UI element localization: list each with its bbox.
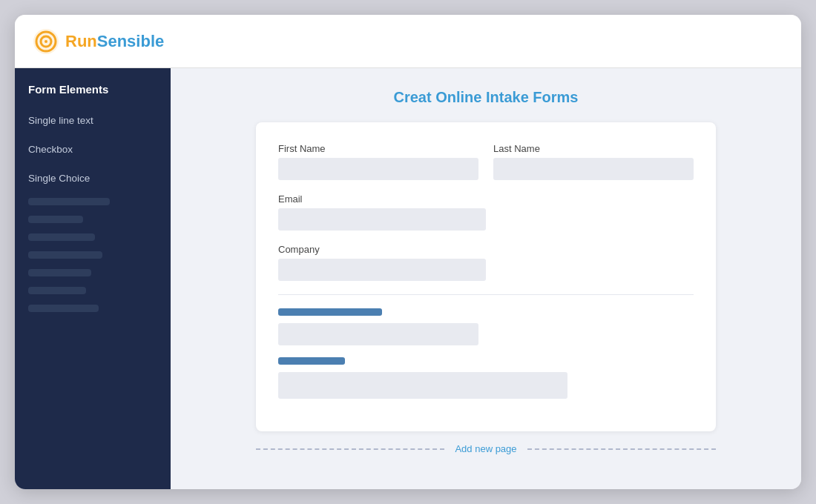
form-divider bbox=[278, 294, 694, 295]
logo: RunSensible bbox=[33, 28, 164, 55]
section-input-2[interactable] bbox=[278, 372, 567, 399]
dashed-line-left bbox=[256, 448, 444, 450]
main-area: Form Elements Single line text Checkbox … bbox=[15, 68, 801, 489]
name-row: First Name Last Name bbox=[278, 143, 694, 180]
dashed-line-right bbox=[527, 448, 716, 450]
form-card: First Name Last Name Email bbox=[256, 122, 716, 431]
app-window: RunSensible Form Elements Single line te… bbox=[15, 15, 801, 489]
sidebar-placeholder-3 bbox=[28, 233, 95, 241]
sidebar-placeholder-2 bbox=[28, 216, 83, 223]
section-input-1[interactable] bbox=[278, 323, 478, 345]
sidebar-item-checkbox[interactable]: Checkbox bbox=[15, 135, 171, 164]
email-field: Email bbox=[278, 193, 486, 231]
email-row: Email bbox=[278, 193, 694, 231]
add-page-button[interactable]: Add new page bbox=[444, 443, 527, 454]
company-row: Company bbox=[278, 244, 694, 281]
svg-point-3 bbox=[45, 40, 47, 43]
last-name-input[interactable] bbox=[493, 158, 694, 180]
logo-icon bbox=[33, 28, 59, 55]
form-section-2 bbox=[278, 357, 694, 399]
sidebar-placeholder-5 bbox=[28, 269, 91, 276]
sidebar-placeholder-7 bbox=[28, 305, 99, 312]
company-field: Company bbox=[278, 244, 486, 281]
email-input[interactable] bbox=[278, 208, 486, 231]
sidebar-placeholder-4 bbox=[28, 251, 102, 259]
add-page-row: Add new page bbox=[256, 443, 716, 454]
form-section-1 bbox=[278, 308, 694, 345]
first-name-input[interactable] bbox=[278, 158, 478, 180]
section-label-1 bbox=[278, 308, 382, 316]
sidebar: Form Elements Single line text Checkbox … bbox=[15, 68, 171, 489]
sidebar-title: Form Elements bbox=[15, 76, 171, 106]
company-label: Company bbox=[278, 244, 486, 255]
first-name-label: First Name bbox=[278, 143, 478, 154]
page-title: Creat Online Intake Forms bbox=[394, 89, 579, 106]
email-label: Email bbox=[278, 193, 486, 205]
sidebar-placeholder-1 bbox=[28, 198, 110, 205]
section-label-2 bbox=[278, 357, 345, 365]
first-name-field: First Name bbox=[278, 143, 478, 180]
sidebar-item-single-line-text[interactable]: Single line text bbox=[15, 106, 171, 135]
last-name-field: Last Name bbox=[493, 143, 694, 180]
last-name-label: Last Name bbox=[493, 143, 694, 154]
company-input[interactable] bbox=[278, 259, 486, 281]
content-area: Creat Online Intake Forms First Name Las… bbox=[171, 68, 801, 489]
sidebar-item-single-choice[interactable]: Single Choice bbox=[15, 164, 171, 193]
sidebar-placeholder-6 bbox=[28, 287, 86, 294]
logo-text: RunSensible bbox=[65, 32, 164, 51]
header: RunSensible bbox=[15, 15, 801, 68]
